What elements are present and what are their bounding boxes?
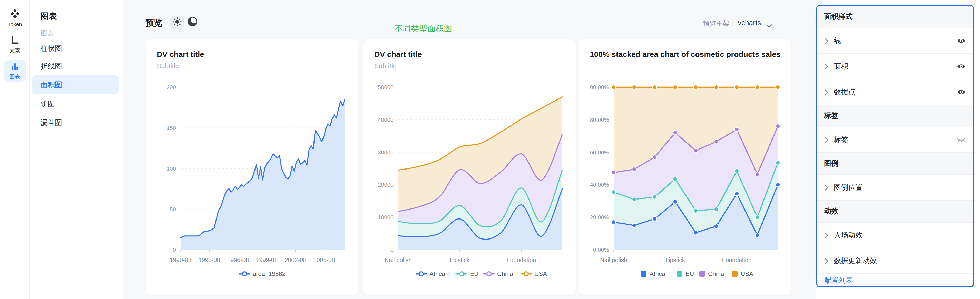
panel-row-label: 面积 <box>834 62 957 71</box>
svg-text:150: 150 <box>166 125 176 131</box>
svg-text:100: 100 <box>166 165 176 172</box>
sidebar-item-funnel[interactable]: 漏斗图 <box>32 113 119 132</box>
chevron-right-icon <box>824 38 829 44</box>
bar-chart-icon <box>11 62 19 73</box>
area-chart: 2001501005001990-081993-081996-081999-08… <box>157 78 347 289</box>
svg-text:1990-08: 1990-08 <box>170 257 191 263</box>
preview-heading: 预览 <box>146 18 162 29</box>
svg-text:EU: EU <box>685 270 694 277</box>
sidebar-item-bar[interactable]: 柱状图 <box>32 39 119 58</box>
chevron-right-icon <box>824 232 829 238</box>
panel-row-label: 数据更新动效 <box>834 256 966 266</box>
rail-item-elements[interactable]: 元素 <box>3 34 26 56</box>
svg-text:China: China <box>708 270 724 277</box>
rail-item-charts[interactable]: 图表 <box>3 60 26 81</box>
panel-row-line[interactable]: 线 <box>817 28 973 54</box>
panel-row-datapoint[interactable]: 数据点 <box>817 80 973 105</box>
eye-open-icon[interactable] <box>957 89 966 95</box>
rail-item-token[interactable]: Token <box>3 7 26 29</box>
panel-row-label-style[interactable]: 标签 <box>817 127 973 153</box>
light-mode-button[interactable] <box>170 16 184 29</box>
panel-row-area[interactable]: 面积 <box>817 54 973 80</box>
svg-text:Nail polish: Nail polish <box>600 257 627 263</box>
svg-text:USA: USA <box>534 270 547 277</box>
percent-stacked-area-chart: 100.00%80.00%60.00%40.00%20.00%0.00%Nail… <box>590 78 780 289</box>
chevron-right-icon <box>824 258 829 264</box>
chevron-right-icon <box>824 89 829 95</box>
panel-section-header: 面积样式 <box>817 6 973 28</box>
svg-text:Foundation: Foundation <box>722 257 751 263</box>
sidebar-item-label: 柱状图 <box>41 44 62 53</box>
framework-label: 预览框架： <box>703 19 736 28</box>
svg-text:Nail polish: Nail polish <box>384 257 412 263</box>
svg-text:1999-08: 1999-08 <box>256 257 277 263</box>
rail-item-label: 图表 <box>10 74 20 79</box>
rail-item-label: 元素 <box>10 48 20 53</box>
panel-row-label: 线 <box>834 36 957 45</box>
panel-section-header: 图例 <box>817 153 973 175</box>
stacked-area-chart: 50000400003000020000100000Nail polishLip… <box>374 78 564 289</box>
panel-row-label: 图例位置 <box>834 183 966 192</box>
sidebar-item-area[interactable]: 面积图 <box>32 75 119 94</box>
svg-text:USA: USA <box>740 270 753 277</box>
config-list-link[interactable]: 配置列表 <box>824 276 853 285</box>
eye-open-icon[interactable] <box>957 63 966 70</box>
panel-footer: 配置列表 <box>817 274 973 287</box>
chart-title: DV chart title <box>157 49 348 60</box>
sidebar-item-label: 漏斗图 <box>41 118 62 127</box>
panel-section-header: 动效 <box>817 200 973 223</box>
sidebar-item-line[interactable]: 折线图 <box>32 57 119 76</box>
sun-icon <box>173 17 181 28</box>
chart-card-basic-area: DV chart title Subtitle 2001501005001990… <box>145 40 358 295</box>
panel-row-label: 入场动效 <box>834 231 966 240</box>
svg-text:0: 0 <box>173 247 176 253</box>
framework-select[interactable]: vcharts <box>738 19 761 27</box>
left-rail: Token 元素 图表 <box>0 0 30 299</box>
moon-icon <box>187 16 197 29</box>
svg-text:2005-08: 2005-08 <box>313 257 334 263</box>
chart-card-stacked-area: DV chart title Subtitle 5000040000300002… <box>363 40 576 295</box>
svg-text:2002-08: 2002-08 <box>285 257 306 263</box>
panel-row-enter-animation[interactable]: 入场动效 <box>817 223 973 248</box>
chart-subtitle: Subtitle <box>374 62 397 70</box>
svg-text:China: China <box>497 270 513 277</box>
sidebar-item-label: 饼图 <box>41 99 55 108</box>
svg-text:60.00%: 60.00% <box>590 149 609 156</box>
sidebar-title: 图表 <box>41 11 57 22</box>
svg-text:area_19582: area_19582 <box>253 270 285 277</box>
chart-card-percent-area: 100% stacked area chart of cosmetic prod… <box>579 40 791 295</box>
sidebar-item-label: 面积图 <box>41 80 62 89</box>
eye-open-icon[interactable] <box>957 37 966 44</box>
svg-text:200: 200 <box>166 84 176 91</box>
rail-item-label: Token <box>8 22 22 27</box>
chart-title: 100% stacked area chart of cosmetic prod… <box>590 49 781 60</box>
chart-type-sidebar: 图表 图表 柱状图 折线图 面积图 饼图 漏斗图 <box>30 0 123 299</box>
sidebar-item-label: 折线图 <box>41 62 62 71</box>
svg-text:100.00%: 100.00% <box>590 84 609 91</box>
svg-text:20000: 20000 <box>378 181 393 188</box>
panel-row-data-update-animation[interactable]: 数据更新动效 <box>817 248 973 274</box>
chevron-right-icon <box>824 184 829 191</box>
app-viewport: Token 元素 图表 图 <box>0 0 980 299</box>
svg-text:0: 0 <box>390 247 393 253</box>
chart-subtitle: Subtitle <box>157 62 179 70</box>
chevron-right-icon <box>824 137 829 143</box>
panel-row-label: 数据点 <box>834 87 957 97</box>
svg-text:Foundation: Foundation <box>506 257 536 263</box>
svg-text:Lipstick: Lipstick <box>665 257 685 263</box>
svg-text:Lipstick: Lipstick <box>450 257 469 263</box>
chevron-down-icon[interactable] <box>766 21 772 30</box>
chart-title: DV chart title <box>374 49 565 60</box>
config-panel: 面积样式 线 面积 数据点 标签 标签 图例 图例位置 动效 <box>816 5 974 287</box>
svg-text:0.00%: 0.00% <box>593 247 609 253</box>
svg-text:30000: 30000 <box>378 149 393 156</box>
svg-text:1996-08: 1996-08 <box>227 257 248 263</box>
dark-mode-button[interactable] <box>186 16 199 29</box>
eye-closed-icon[interactable] <box>957 137 966 143</box>
sidebar-group-label: 图表 <box>41 29 54 38</box>
sidebar-item-pie[interactable]: 饼图 <box>32 94 119 113</box>
svg-text:1993-08: 1993-08 <box>198 257 220 263</box>
svg-text:Africa: Africa <box>649 270 665 277</box>
svg-text:EU: EU <box>470 270 478 277</box>
panel-row-legend-position[interactable]: 图例位置 <box>817 175 973 200</box>
